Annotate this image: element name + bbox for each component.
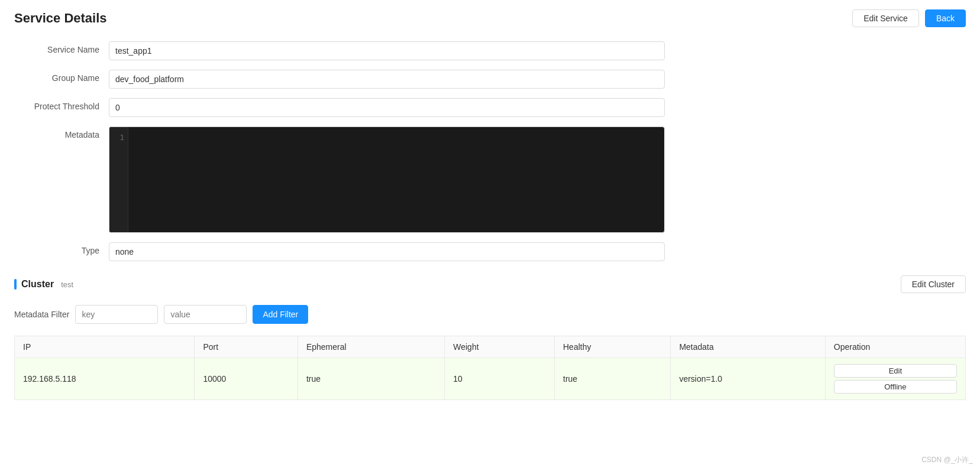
protect-threshold-label: Protect Threshold — [14, 98, 109, 111]
service-details-form: Service Name Group Name Protect Threshol… — [14, 41, 665, 261]
operation-buttons: EditOffline — [834, 364, 957, 394]
cell-port: 10000 — [195, 358, 297, 400]
editor-content — [128, 127, 664, 232]
add-filter-button[interactable]: Add Filter — [253, 305, 308, 324]
back-button[interactable]: Back — [925, 9, 966, 27]
cell-healthy: true — [555, 358, 671, 400]
service-name-label: Service Name — [14, 41, 109, 54]
cell-weight: 10 — [445, 358, 555, 400]
cluster-title: Cluster test — [14, 279, 73, 290]
col-weight: Weight — [445, 336, 555, 358]
btn-offline[interactable]: Offline — [834, 380, 957, 394]
filter-row: Metadata Filter Add Filter — [14, 305, 966, 324]
metadata-row: Metadata 1 — [14, 126, 665, 233]
col-operation: Operation — [825, 336, 965, 358]
cell-metadata: version=1.0 — [671, 358, 825, 400]
service-name-row: Service Name — [14, 41, 665, 60]
cell-ip: 192.168.5.118 — [15, 358, 195, 400]
cluster-bar-icon — [14, 279, 17, 290]
col-port: Port — [195, 336, 297, 358]
metadata-editor[interactable]: 1 — [109, 126, 665, 233]
cluster-header: Cluster test Edit Cluster — [14, 275, 966, 293]
cluster-section: Cluster test Edit Cluster Metadata Filte… — [14, 275, 966, 400]
group-name-input[interactable] — [109, 70, 665, 89]
col-ip: IP — [15, 336, 195, 358]
line-numbers: 1 — [109, 127, 128, 232]
group-name-label: Group Name — [14, 70, 109, 83]
protect-threshold-row: Protect Threshold — [14, 98, 665, 117]
cluster-label: Cluster — [21, 279, 54, 290]
protect-threshold-input[interactable] — [109, 98, 665, 117]
btn-edit[interactable]: Edit — [834, 364, 957, 378]
cell-operation: EditOffline — [825, 358, 965, 400]
page-title: Service Details — [14, 11, 107, 26]
col-healthy: Healthy — [555, 336, 671, 358]
page-header: Service Details Edit Service Back — [14, 9, 966, 27]
col-ephemeral: Ephemeral — [297, 336, 444, 358]
group-name-row: Group Name — [14, 70, 665, 89]
header-buttons: Edit Service Back — [852, 9, 966, 27]
filter-value-input[interactable] — [164, 305, 247, 324]
instances-table: IPPortEphemeralWeightHealthyMetadataOper… — [14, 336, 966, 400]
edit-service-button[interactable]: Edit Service — [852, 9, 919, 27]
edit-cluster-button[interactable]: Edit Cluster — [901, 275, 966, 293]
col-metadata: Metadata — [671, 336, 825, 358]
type-input[interactable] — [109, 242, 665, 261]
table-row: 192.168.5.11810000true10trueversion=1.0E… — [15, 358, 966, 400]
cluster-name-tag: test — [61, 280, 73, 289]
filter-key-input[interactable] — [75, 305, 158, 324]
table-header: IPPortEphemeralWeightHealthyMetadataOper… — [15, 336, 966, 358]
metadata-label: Metadata — [14, 126, 109, 139]
table-body: 192.168.5.11810000true10trueversion=1.0E… — [15, 358, 966, 400]
type-label: Type — [14, 242, 109, 255]
filter-label: Metadata Filter — [14, 310, 69, 319]
service-name-input[interactable] — [109, 41, 665, 60]
type-row: Type — [14, 242, 665, 261]
cell-ephemeral: true — [297, 358, 444, 400]
table-header-row: IPPortEphemeralWeightHealthyMetadataOper… — [15, 336, 966, 358]
